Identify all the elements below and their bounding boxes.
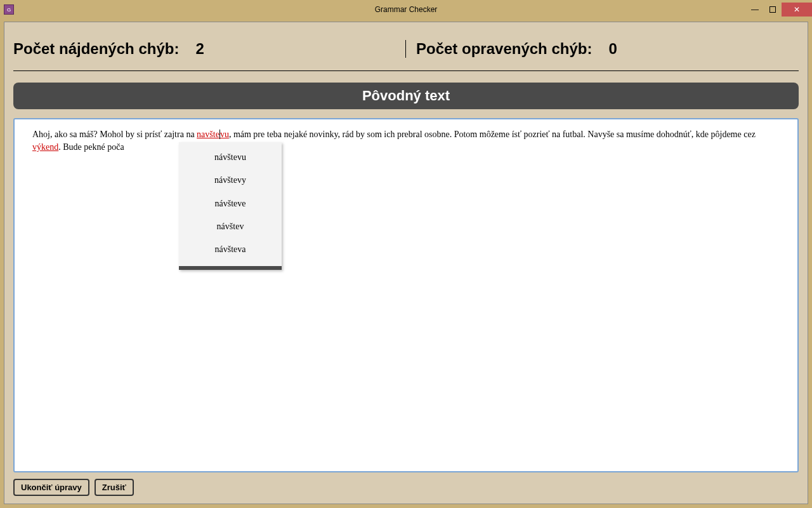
bottom-button-row: Ukončiť úpravy Zrušiť xyxy=(13,479,799,496)
close-button[interactable]: ✕ xyxy=(782,3,812,17)
counters-row: Počet nájdených chýb: 2 Počet opravených… xyxy=(13,29,799,71)
title-bar: G Grammar Checker — ✕ xyxy=(0,0,812,19)
found-errors-label: Počet nájdených chýb: xyxy=(13,40,179,58)
finish-editing-button[interactable]: Ukončiť úpravy xyxy=(13,479,89,496)
suggestions-popup: návštevu návštevy návšteve návštev návšt… xyxy=(179,142,282,270)
error-word-2[interactable]: výkend xyxy=(32,142,58,152)
suggestion-item[interactable]: návšteve xyxy=(179,192,282,215)
text-fragment: , mám pre teba nejaké novinky, rád by so… xyxy=(229,130,756,139)
fixed-errors-value: 0 xyxy=(608,40,617,58)
suggestion-item[interactable]: návštevu xyxy=(179,146,282,169)
suggestion-item[interactable]: návštevy xyxy=(179,169,282,192)
app-frame: Počet nájdených chýb: 2 Počet opravených… xyxy=(4,22,808,504)
suggestion-item[interactable]: návštev xyxy=(179,215,282,238)
error-word-1[interactable]: navštevu xyxy=(197,130,229,139)
cancel-button[interactable]: Zrušiť xyxy=(95,479,134,496)
fixed-errors-label: Počet opravených chýb: xyxy=(416,40,592,58)
text-fragment: . Bude pekné poča xyxy=(58,142,124,152)
found-errors-counter: Počet nájdených chýb: 2 xyxy=(13,40,406,58)
app-icon: G xyxy=(4,4,14,15)
original-text-area[interactable]: Ahoj, ako sa máš? Mohol by si prísť zajt… xyxy=(13,118,799,472)
window-controls: — ✕ xyxy=(746,3,812,17)
suggestion-item[interactable]: návšteva xyxy=(179,238,282,261)
minimize-button[interactable]: — xyxy=(746,3,764,17)
maximize-button[interactable] xyxy=(764,3,782,17)
text-fragment: Ahoj, ako sa máš? Mohol by si prísť zajt… xyxy=(32,130,197,139)
found-errors-value: 2 xyxy=(195,40,204,58)
section-header: Pôvodný text xyxy=(13,83,799,109)
window-title: Grammar Checker xyxy=(375,5,438,14)
fixed-errors-counter: Počet opravených chýb: 0 xyxy=(405,40,798,58)
